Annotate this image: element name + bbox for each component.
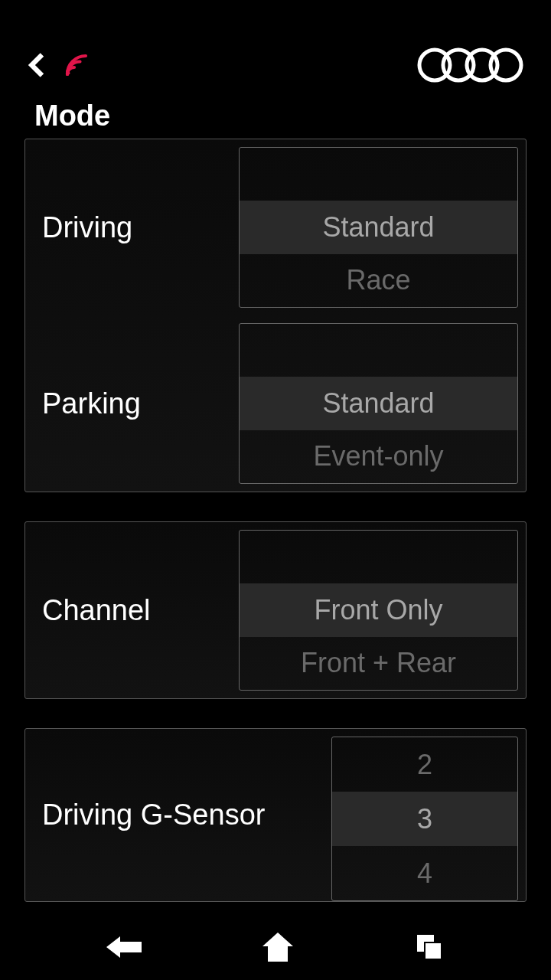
nav-recents-button[interactable]: [414, 932, 445, 962]
picker-parking[interactable]: Standard Event-only: [239, 323, 518, 484]
setting-label: Driving: [25, 211, 239, 244]
picker-option[interactable]: Race: [240, 254, 517, 307]
back-button[interactable]: [23, 50, 49, 80]
picker-option-selected[interactable]: 3: [332, 792, 517, 846]
settings-group-channel: Channel Front Only Front + Rear: [24, 521, 527, 699]
picker-option[interactable]: [240, 148, 517, 201]
picker-option[interactable]: Event-only: [240, 430, 517, 483]
settings-group-mode: Driving Standard Race Parking Standard E…: [24, 139, 527, 492]
setting-label: Channel: [25, 594, 239, 627]
svg-rect-8: [425, 942, 442, 959]
setting-row-driving: Driving Standard Race: [25, 139, 526, 315]
header-left: [23, 50, 90, 80]
header: [0, 31, 551, 100]
content-area: Driving Standard Race Parking Standard E…: [0, 139, 551, 902]
picker-option[interactable]: [240, 324, 517, 377]
picker-option[interactable]: 4: [332, 846, 517, 900]
audi-logo: [413, 46, 528, 84]
svg-point-0: [67, 72, 70, 75]
svg-marker-5: [106, 936, 142, 958]
setting-row-gsensor: Driving G-Sensor 2 3 4: [25, 729, 526, 901]
picker-option[interactable]: [240, 531, 517, 583]
svg-point-4: [491, 50, 521, 80]
setting-row-parking: Parking Standard Event-only: [25, 315, 526, 492]
connection-icon: [63, 51, 90, 79]
picker-option-selected[interactable]: Front Only: [240, 583, 517, 636]
picker-option-selected[interactable]: Standard: [240, 201, 517, 253]
picker-option-selected[interactable]: Standard: [240, 377, 517, 430]
picker-option[interactable]: Front + Rear: [240, 637, 517, 690]
page-title: Mode: [0, 100, 551, 132]
setting-row-channel: Channel Front Only Front + Rear: [25, 522, 526, 698]
settings-group-gsensor: Driving G-Sensor 2 3 4: [24, 728, 527, 902]
nav-back-button[interactable]: [106, 933, 142, 961]
status-bar: [0, 0, 551, 31]
nav-home-button[interactable]: [262, 933, 293, 962]
svg-marker-6: [262, 933, 293, 962]
picker-channel[interactable]: Front Only Front + Rear: [239, 530, 518, 691]
setting-label: Driving G-Sensor: [25, 799, 331, 831]
nav-bar: [0, 914, 551, 980]
picker-driving[interactable]: Standard Race: [239, 147, 518, 308]
picker-gsensor[interactable]: 2 3 4: [331, 737, 518, 901]
picker-option[interactable]: 2: [332, 737, 517, 792]
setting-label: Parking: [25, 387, 239, 420]
